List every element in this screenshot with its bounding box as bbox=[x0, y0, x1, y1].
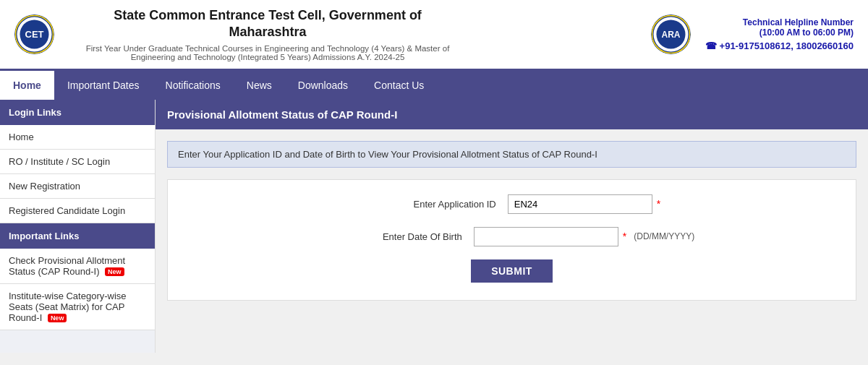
dob-label: Enter Date Of Birth bbox=[329, 231, 474, 242]
submit-row: SUBMIT bbox=[190, 259, 834, 283]
org-title: State Common Entrance Test Cell, Governm… bbox=[65, 7, 470, 41]
nav-bar: Home Important Dates Notifications News … bbox=[0, 71, 868, 100]
sidebar: Login Links Home RO / Institute / SC Log… bbox=[0, 100, 156, 353]
app-id-required-star: * bbox=[657, 198, 660, 210]
new-badge-seat: New bbox=[48, 314, 67, 322]
nav-home[interactable]: Home bbox=[0, 71, 54, 100]
dob-input-group: * (DD/MM/YYYY) bbox=[474, 227, 694, 246]
dob-row: Enter Date Of Birth * (DD/MM/YYYY) bbox=[190, 227, 834, 246]
page-header: CET State Common Entrance Test Cell, Gov… bbox=[0, 0, 868, 71]
sidebar-item-home[interactable]: Home bbox=[0, 125, 155, 150]
nav-news[interactable]: News bbox=[234, 71, 285, 100]
submit-button[interactable]: SUBMIT bbox=[471, 259, 553, 283]
ara-logo-icon: ARA bbox=[651, 14, 691, 54]
helpline-hours: (10:00 AM to 06:00 PM) bbox=[705, 27, 854, 38]
login-links-header: Login Links bbox=[0, 100, 155, 125]
sidebar-item-ro-login[interactable]: RO / Institute / SC Login bbox=[0, 150, 155, 174]
nav-notifications[interactable]: Notifications bbox=[153, 71, 234, 100]
app-id-input[interactable] bbox=[508, 194, 652, 214]
nav-important-dates[interactable]: Important Dates bbox=[54, 71, 153, 100]
nav-downloads[interactable]: Downloads bbox=[285, 71, 361, 100]
header-right: ARA Technical Helpline Number (10:00 AM … bbox=[651, 14, 854, 54]
app-id-label: Enter Application ID bbox=[363, 199, 508, 210]
sidebar-item-new-registration[interactable]: New Registration bbox=[0, 174, 155, 199]
app-id-row: Enter Application ID * bbox=[190, 194, 834, 214]
helpline-label: Technical Helpline Number bbox=[705, 17, 854, 27]
dob-input[interactable] bbox=[474, 227, 618, 246]
content-section-title: Provisional Allotment Status of CAP Roun… bbox=[156, 100, 868, 129]
svg-text:ARA: ARA bbox=[661, 30, 680, 40]
org-subtitle: First Year Under Graduate Technical Cour… bbox=[65, 44, 470, 61]
form-container: Enter Your Application ID and Date of Bi… bbox=[156, 129, 868, 312]
form-instruction: Enter Your Application ID and Date of Bi… bbox=[167, 141, 856, 168]
helpline-number: ☎ +91-9175108612, 18002660160 bbox=[705, 40, 854, 51]
sidebar-item-registered-login[interactable]: Registered Candidate Login bbox=[0, 199, 155, 223]
main-content: Provisional Allotment Status of CAP Roun… bbox=[156, 100, 868, 353]
app-id-input-group: * bbox=[508, 194, 660, 214]
header-title: State Common Entrance Test Cell, Governm… bbox=[65, 7, 470, 61]
header-left: CET State Common Entrance Test Cell, Gov… bbox=[14, 7, 470, 61]
new-badge-allotment: New bbox=[105, 267, 124, 276]
main-layout: Login Links Home RO / Institute / SC Log… bbox=[0, 100, 868, 353]
cet-logo-icon: CET bbox=[14, 14, 54, 54]
dob-format-hint: (DD/MM/YYYY) bbox=[634, 231, 694, 241]
sidebar-item-check-allotment[interactable]: Check Provisional Allotment Status (CAP … bbox=[0, 249, 155, 284]
svg-text:CET: CET bbox=[25, 29, 44, 40]
form-body: Enter Application ID * Enter Date Of Bir… bbox=[167, 179, 856, 301]
helpline-info: Technical Helpline Number (10:00 AM to 0… bbox=[705, 17, 854, 51]
sidebar-item-seat-matrix[interactable]: Institute-wise Category-wise Seats (Seat… bbox=[0, 284, 155, 330]
dob-required-star: * bbox=[623, 231, 626, 242]
important-links-header: Important Links bbox=[0, 223, 155, 249]
nav-contact-us[interactable]: Contact Us bbox=[361, 71, 437, 100]
